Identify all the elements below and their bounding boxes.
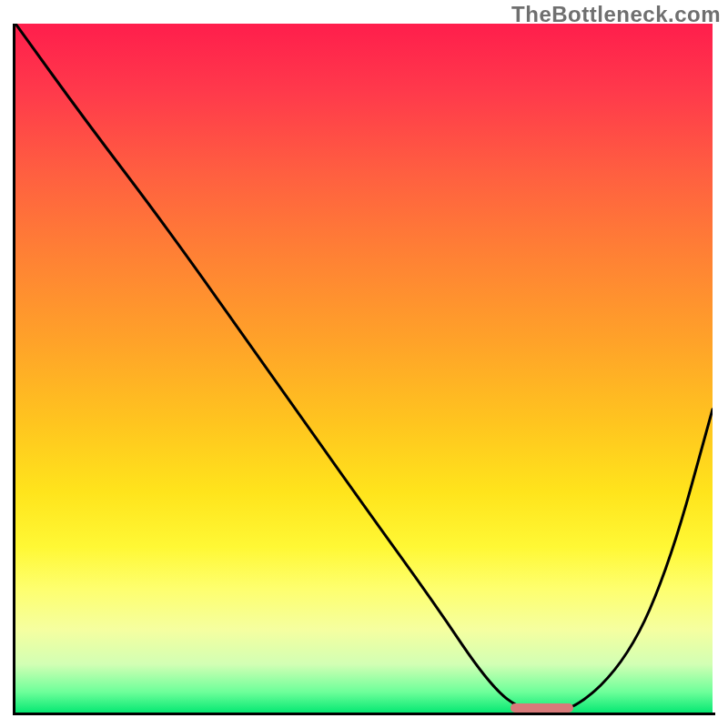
chart-line-svg	[15, 24, 713, 713]
plot-area	[15, 24, 713, 713]
chart-line	[15, 24, 713, 713]
watermark-text: TheBottleneck.com	[511, 2, 721, 27]
chart-stage: TheBottleneck.com	[0, 0, 728, 728]
minimum-marker	[511, 703, 573, 713]
